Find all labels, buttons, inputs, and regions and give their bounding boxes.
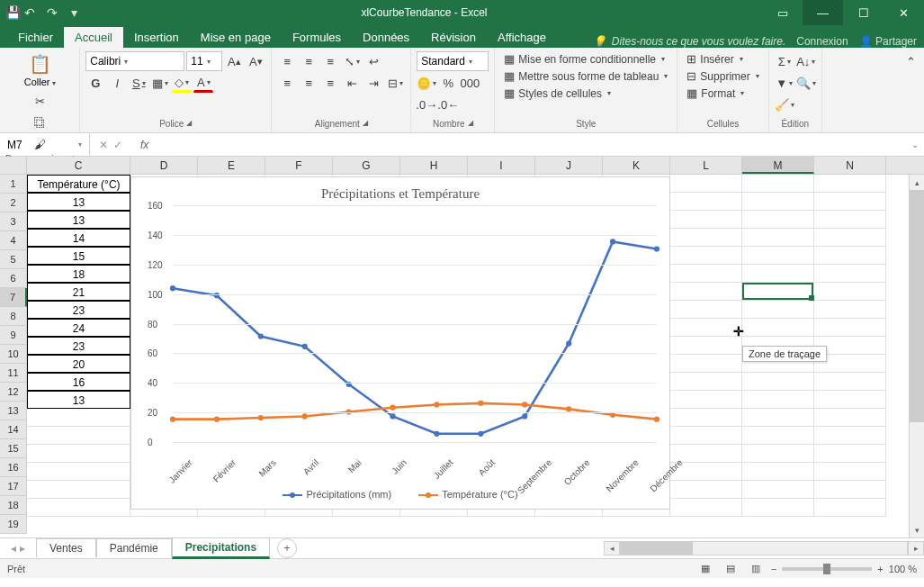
cell-C19[interactable] (27, 499, 130, 517)
cell-C17[interactable] (27, 463, 130, 481)
conditional-formatting-button[interactable]: ▦Mise en forme conditionnelle▾ (500, 51, 671, 67)
bold-button[interactable]: G (85, 73, 105, 93)
cell-C8[interactable]: 23 (27, 301, 130, 319)
cell-C12[interactable]: 16 (27, 373, 130, 391)
cell-N2[interactable] (814, 193, 886, 211)
chart-plot-area[interactable]: 020406080100120140160JanvierFévrierMarsA… (173, 205, 657, 442)
column-header-G[interactable]: G (333, 157, 400, 174)
cell-M12[interactable] (742, 373, 814, 391)
page-break-view-icon[interactable]: ▥ (746, 561, 766, 577)
fx-icon[interactable]: fx (140, 139, 148, 151)
chart-series-line[interactable] (173, 241, 657, 433)
chart-data-point[interactable] (302, 344, 308, 349)
format-cells-button[interactable]: ▦Format▾ (683, 86, 762, 101)
sheet-tab-ventes[interactable]: Ventes (36, 538, 96, 557)
row-header-5[interactable]: 5 (0, 250, 27, 269)
normal-view-icon[interactable]: ▦ (695, 561, 715, 577)
chart-data-point[interactable] (610, 239, 615, 244)
increase-decimal-icon[interactable]: .0→ (417, 95, 436, 114)
tab-home[interactable]: Accueil (64, 27, 123, 48)
row-header-1[interactable]: 1 (0, 175, 27, 194)
cancel-formula-icon[interactable]: ✕ (99, 139, 108, 151)
cell-L10[interactable] (670, 337, 742, 355)
chart-data-point[interactable] (654, 246, 659, 251)
name-box[interactable]: M7▾ (0, 133, 90, 156)
row-header-12[interactable]: 12 (0, 383, 27, 402)
tab-data[interactable]: Données (352, 27, 420, 48)
cell-M14[interactable] (742, 409, 814, 427)
expand-formula-icon[interactable]: ⌄ (906, 140, 924, 149)
cell-M17[interactable] (742, 463, 814, 481)
copy-icon[interactable]: ⿻ (30, 113, 49, 132)
cell-C14[interactable] (27, 409, 130, 427)
cell-N8[interactable] (814, 301, 886, 319)
redo-icon[interactable]: ↷ (45, 5, 59, 20)
row-header-14[interactable]: 14 (0, 420, 27, 439)
cell-C5[interactable]: 15 (27, 247, 130, 265)
tab-layout[interactable]: Mise en page (190, 27, 282, 48)
page-layout-view-icon[interactable]: ▤ (721, 561, 740, 577)
row-header-8[interactable]: 8 (0, 307, 27, 326)
row-header-18[interactable]: 18 (0, 496, 27, 515)
scroll-left-icon[interactable]: ◂ (604, 541, 620, 555)
chart-data-point[interactable] (566, 406, 571, 411)
chart-data-point[interactable] (302, 413, 308, 419)
chart-data-point[interactable] (170, 417, 175, 422)
row-header-9[interactable]: 9 (0, 326, 27, 345)
number-format-combo[interactable]: Standard▾ (417, 51, 489, 71)
column-header-L[interactable]: L (670, 157, 742, 174)
decrease-font-icon[interactable]: A▾ (246, 51, 265, 71)
cell-L1[interactable] (670, 175, 742, 193)
cell-L12[interactable] (670, 373, 742, 391)
increase-indent-icon[interactable]: ⇥ (363, 73, 383, 93)
worksheet-grid[interactable]: CDEFGHIJKLMN 123456789101112131415161718… (0, 157, 924, 537)
cell-C7[interactable]: 21 (27, 283, 130, 301)
row-header-11[interactable]: 11 (0, 364, 27, 383)
tell-me-search[interactable]: 💡 Dites-nous ce que vous voulez faire. (593, 35, 785, 48)
row-header-10[interactable]: 10 (0, 345, 27, 364)
row-header-13[interactable]: 13 (0, 402, 27, 420)
fill-color-button[interactable]: ◇▾ (172, 73, 192, 93)
format-as-table-button[interactable]: ▦Mettre sous forme de tableau▾ (500, 68, 671, 84)
cell-C1[interactable]: Température (°C) (27, 175, 130, 193)
launcher-icon[interactable]: ◢ (468, 119, 473, 129)
cell-M5[interactable] (742, 247, 814, 265)
cell-M3[interactable] (742, 211, 814, 229)
cell-M2[interactable] (742, 193, 814, 211)
cell-C15[interactable] (27, 427, 130, 445)
paste-button[interactable]: 📋 Coller▾ (21, 51, 59, 89)
decrease-decimal-icon[interactable]: .0← (438, 95, 458, 114)
cell-C9[interactable]: 24 (27, 319, 130, 337)
cut-icon[interactable]: ✂ (30, 91, 49, 111)
formula-input[interactable] (148, 133, 906, 156)
align-center-icon[interactable]: ≡ (299, 73, 318, 93)
tab-review[interactable]: Révision (420, 27, 487, 48)
chart-data-point[interactable] (258, 415, 264, 420)
scroll-right-icon[interactable]: ▸ (908, 541, 924, 555)
autosum-icon[interactable]: Σ▾ (775, 51, 794, 71)
column-header-K[interactable]: K (603, 157, 670, 174)
zoom-slider[interactable] (782, 567, 872, 571)
collapse-ribbon-icon[interactable]: ⌃ (901, 51, 920, 71)
cell-N1[interactable] (814, 175, 886, 193)
column-header-J[interactable]: J (535, 157, 603, 174)
close-button[interactable]: ✕ (884, 0, 924, 25)
cell-N18[interactable] (814, 481, 886, 499)
cell-M9[interactable] (742, 319, 814, 337)
cell-C6[interactable]: 18 (27, 265, 130, 283)
tab-formulas[interactable]: Formules (282, 27, 352, 48)
row-header-17[interactable]: 17 (0, 477, 27, 496)
cell-C11[interactable]: 20 (27, 355, 130, 373)
cell-L15[interactable] (670, 427, 742, 445)
launcher-icon[interactable]: ◢ (186, 119, 192, 129)
cell-M4[interactable] (742, 229, 814, 247)
chart-data-point[interactable] (390, 413, 395, 419)
tab-scroll-right-icon[interactable]: ▸ (20, 542, 25, 555)
wrap-text-icon[interactable]: ↩ (363, 51, 383, 71)
share-button[interactable]: 👤 Partager (859, 35, 917, 48)
chart-data-point[interactable] (566, 340, 571, 346)
cell-L4[interactable] (670, 229, 742, 247)
border-button[interactable]: ▦▾ (150, 73, 170, 93)
tab-view[interactable]: Affichage (487, 27, 557, 48)
cell-M16[interactable] (742, 445, 814, 463)
